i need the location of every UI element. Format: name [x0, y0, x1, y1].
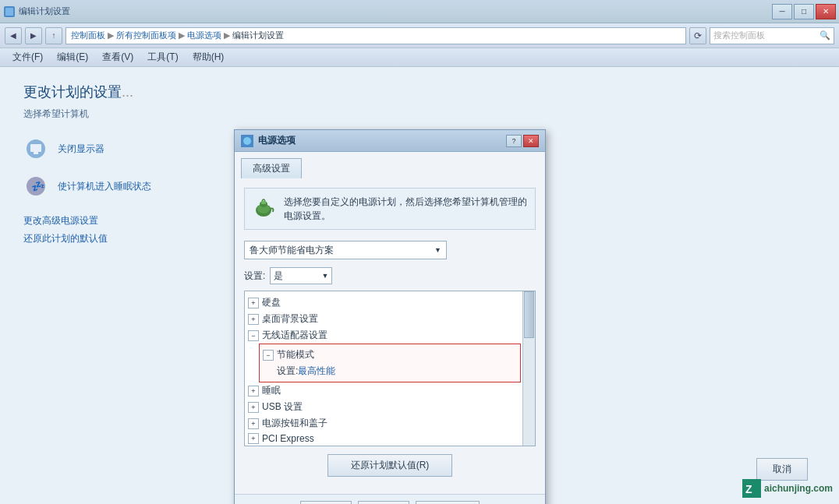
tree-item-hdd: + 硬盘 [248, 294, 521, 311]
tree-item-pci: + PCI Express [248, 432, 521, 446]
tree-expand-pci[interactable]: + [248, 433, 259, 444]
watermark-logo: Z [742, 479, 761, 498]
menu-file[interactable]: 文件(F) [6, 49, 49, 65]
plan-dropdown-arrow: ▼ [434, 246, 441, 254]
tree-expand-usb[interactable]: + [248, 402, 259, 413]
tree-expand-wireless[interactable]: − [248, 330, 259, 341]
watermark: Z aichunjing.com [742, 479, 833, 498]
tree-label-powerbutton: 电源按钮和盖子 [262, 417, 327, 430]
plan-dropdown-value: 鲁大师节能省电方案 [250, 244, 334, 257]
path-sep2: ▶ [179, 30, 185, 41]
tree-item-powerbutton: + 电源按钮和盖子 [248, 415, 521, 432]
menu-help[interactable]: 帮助(H) [186, 49, 231, 65]
menu-edit[interactable]: 编辑(E) [51, 49, 94, 65]
close-button[interactable]: ✕ [816, 4, 836, 19]
svg-rect-1 [5, 8, 13, 16]
modal-description: 选择您要自定义的电源计划，然后选择您希望计算机管理的电源设置。 [244, 188, 536, 230]
tree-item-usb: + USB 设置 [248, 399, 521, 415]
svg-text:Z: Z [745, 483, 752, 495]
tree-expand-powerbutton[interactable]: + [248, 418, 259, 429]
scrollbar-thumb[interactable] [524, 291, 534, 338]
tree-content: + 硬盘 + 桌面背景设置 − 无线适配器设置 [245, 291, 535, 446]
tree-label-wireless: 无线适配器设置 [262, 329, 327, 342]
modal-description-text: 选择您要自定义的电源计划，然后选择您希望计算机管理的电源设置。 [284, 195, 529, 223]
path-part3[interactable]: 电源选项 [187, 30, 221, 41]
menu-view[interactable]: 查看(V) [96, 49, 140, 65]
tree-label-usb: USB 设置 [262, 400, 303, 414]
path-sep1: ▶ [108, 30, 114, 41]
modal-title-bar: 电源选项 ? ✕ [235, 130, 545, 152]
menu-bar: 文件(F) 编辑(E) 查看(V) 工具(T) 帮助(H) [0, 48, 839, 67]
watermark-text: aichunjing.com [764, 483, 833, 494]
path-part2[interactable]: 所有控制面板项 [116, 30, 176, 41]
title-bar: 编辑计划设置 ─ □ ✕ [0, 0, 839, 23]
maximize-button[interactable]: □ [794, 4, 814, 19]
path-part1[interactable]: 控制面板 [71, 30, 105, 41]
main-window: 编辑计划设置 ─ □ ✕ ◀ ▶ ↑ 控制面板 ▶ 所有控制面板项 ▶ 电源选项… [0, 0, 839, 504]
modal-close-button[interactable]: ✕ [523, 135, 539, 147]
tree-item-powersave: − 节能模式 [263, 347, 517, 363]
refresh-button[interactable]: ⟳ [689, 27, 706, 44]
tree-expand-sleep[interactable]: + [248, 386, 259, 397]
tree-label-sleep: 睡眠 [262, 384, 281, 397]
up-button[interactable]: ↑ [45, 27, 62, 44]
svg-point-7 [243, 137, 251, 145]
path-sep3: ▶ [224, 30, 230, 41]
modal-ok-button[interactable]: 确定 [300, 501, 352, 504]
settings-row: 设置: 是 ▼ [244, 267, 536, 284]
modal-help-button[interactable]: ? [506, 135, 522, 147]
tab-advanced-settings[interactable]: 高级设置 [241, 158, 302, 178]
modal-body: 选择您要自定义的电源计划，然后选择您希望计算机管理的电源设置。 鲁大师节能省电方… [235, 178, 545, 494]
path-part4: 编辑计划设置 [232, 30, 284, 41]
search-icon: 🔍 [820, 30, 830, 41]
tree-label-pci: PCI Express [262, 433, 314, 444]
tree-item-sleep: + 睡眠 [248, 382, 521, 399]
title-bar-buttons: ─ □ ✕ [772, 4, 836, 19]
main-content: 更改计划的设置... 选择希望计算机 关闭显示器 💤 [0, 67, 839, 504]
tree-area: + 硬盘 + 桌面背景设置 − 无线适配器设置 [244, 291, 536, 446]
back-button[interactable]: ◀ [5, 27, 22, 44]
forward-button[interactable]: ▶ [25, 27, 42, 44]
modal-footer: 确定 取消 应用(A) [235, 494, 545, 504]
tree-item-wireless: − 无线适配器设置 [248, 327, 521, 344]
modal-title-buttons: ? ✕ [506, 135, 539, 147]
tree-item-desktop: + 桌面背景设置 [248, 311, 521, 327]
modal-window-icon [241, 135, 253, 147]
tree-label-hdd: 硬盘 [262, 296, 281, 309]
window-icon [3, 5, 16, 18]
settings-dropdown[interactable]: 是 ▼ [270, 267, 332, 284]
modal-apply-button[interactable]: 应用(A) [416, 501, 480, 504]
settings-label: 设置: [244, 270, 265, 283]
modal-overlay: 电源选项 ? ✕ 高级设置 [0, 67, 839, 504]
search-box[interactable]: 搜索控制面板 🔍 [710, 27, 834, 44]
modal-cancel-button[interactable]: 取消 [358, 501, 409, 504]
tree-expand-powersave[interactable]: − [263, 350, 274, 361]
address-bar: ◀ ▶ ↑ 控制面板 ▶ 所有控制面板项 ▶ 电源选项 ▶ 编辑计划设置 ⟳ 搜… [0, 23, 839, 48]
plan-dropdown[interactable]: 鲁大师节能省电方案 ▼ [244, 241, 447, 259]
address-path[interactable]: 控制面板 ▶ 所有控制面板项 ▶ 电源选项 ▶ 编辑计划设置 [65, 27, 686, 44]
teapot-icon [251, 195, 276, 220]
settings-dropdown-arrow: ▼ [321, 272, 328, 280]
plan-dropdown-row: 鲁大师节能省电方案 ▼ [244, 241, 536, 259]
tree-item-cpu: + 处理器电源管理 [248, 446, 521, 446]
modal-title-text: 电源选项 [258, 134, 506, 147]
modal-tab-area: 高级设置 [235, 152, 545, 178]
search-placeholder: 搜索控制面板 [713, 30, 820, 41]
tree-expand-desktop[interactable]: + [248, 314, 259, 325]
window-title: 编辑计划设置 [19, 5, 772, 17]
power-options-dialog: 电源选项 ? ✕ 高级设置 [234, 129, 546, 504]
restore-defaults-button[interactable]: 还原计划默认值(R) [327, 454, 452, 477]
tree-label-setting: 设置: [277, 365, 298, 378]
menu-tools[interactable]: 工具(T) [141, 49, 184, 65]
tree-label-powersave: 节能模式 [277, 348, 314, 361]
tree-item-setting: 设置: 最高性能 [277, 363, 517, 379]
wireless-highlight-box: − 节能模式 设置: 最高性能 [259, 344, 521, 382]
tree-label-desktop: 桌面背景设置 [262, 312, 318, 326]
minimize-button[interactable]: ─ [772, 4, 792, 19]
tree-setting-link[interactable]: 最高性能 [298, 365, 335, 378]
scrollbar-track [522, 291, 535, 446]
svg-rect-11 [261, 201, 266, 204]
tree-expand-hdd[interactable]: + [248, 298, 259, 308]
settings-dropdown-value: 是 [274, 270, 283, 283]
